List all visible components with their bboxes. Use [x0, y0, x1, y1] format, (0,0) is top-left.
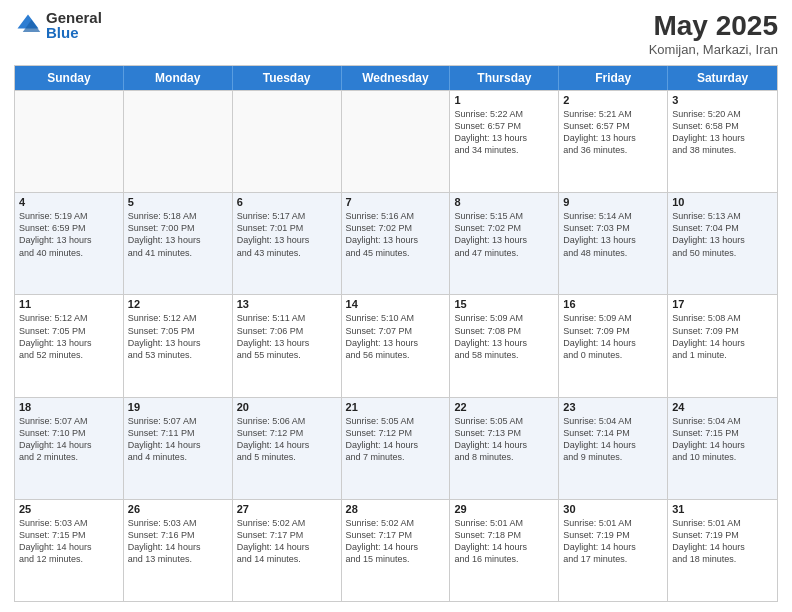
cell-day-number: 12: [128, 298, 228, 310]
cell-day-number: 29: [454, 503, 554, 515]
calendar-cell: 3Sunrise: 5:20 AM Sunset: 6:58 PM Daylig…: [668, 91, 777, 192]
logo-text: General Blue: [46, 10, 102, 40]
cell-day-number: 24: [672, 401, 773, 413]
cell-day-number: 25: [19, 503, 119, 515]
calendar-cell: 2Sunrise: 5:21 AM Sunset: 6:57 PM Daylig…: [559, 91, 668, 192]
calendar-cell: 6Sunrise: 5:17 AM Sunset: 7:01 PM Daylig…: [233, 193, 342, 294]
cell-info: Sunrise: 5:01 AM Sunset: 7:19 PM Dayligh…: [563, 517, 663, 566]
cell-info: Sunrise: 5:07 AM Sunset: 7:11 PM Dayligh…: [128, 415, 228, 464]
cell-info: Sunrise: 5:11 AM Sunset: 7:06 PM Dayligh…: [237, 312, 337, 361]
calendar-cell: 5Sunrise: 5:18 AM Sunset: 7:00 PM Daylig…: [124, 193, 233, 294]
cell-day-number: 4: [19, 196, 119, 208]
cell-info: Sunrise: 5:18 AM Sunset: 7:00 PM Dayligh…: [128, 210, 228, 259]
title-location: Komijan, Markazi, Iran: [649, 42, 778, 57]
cell-info: Sunrise: 5:10 AM Sunset: 7:07 PM Dayligh…: [346, 312, 446, 361]
cell-day-number: 9: [563, 196, 663, 208]
cell-day-number: 14: [346, 298, 446, 310]
weekday-header: Tuesday: [233, 66, 342, 90]
cell-day-number: 26: [128, 503, 228, 515]
calendar-cell: 25Sunrise: 5:03 AM Sunset: 7:15 PM Dayli…: [15, 500, 124, 601]
cell-day-number: 22: [454, 401, 554, 413]
cell-day-number: 15: [454, 298, 554, 310]
calendar-row: 11Sunrise: 5:12 AM Sunset: 7:05 PM Dayli…: [15, 294, 777, 396]
calendar-cell: 29Sunrise: 5:01 AM Sunset: 7:18 PM Dayli…: [450, 500, 559, 601]
calendar-cell: 30Sunrise: 5:01 AM Sunset: 7:19 PM Dayli…: [559, 500, 668, 601]
calendar-row: 1Sunrise: 5:22 AM Sunset: 6:57 PM Daylig…: [15, 90, 777, 192]
calendar-cell: 19Sunrise: 5:07 AM Sunset: 7:11 PM Dayli…: [124, 398, 233, 499]
header: General Blue May 2025 Komijan, Markazi, …: [14, 10, 778, 57]
weekday-header: Thursday: [450, 66, 559, 90]
cell-day-number: 31: [672, 503, 773, 515]
cell-day-number: 5: [128, 196, 228, 208]
calendar-cell: 17Sunrise: 5:08 AM Sunset: 7:09 PM Dayli…: [668, 295, 777, 396]
cell-info: Sunrise: 5:16 AM Sunset: 7:02 PM Dayligh…: [346, 210, 446, 259]
cell-info: Sunrise: 5:22 AM Sunset: 6:57 PM Dayligh…: [454, 108, 554, 157]
calendar-cell: 13Sunrise: 5:11 AM Sunset: 7:06 PM Dayli…: [233, 295, 342, 396]
cell-day-number: 21: [346, 401, 446, 413]
cell-info: Sunrise: 5:04 AM Sunset: 7:14 PM Dayligh…: [563, 415, 663, 464]
calendar-body: 1Sunrise: 5:22 AM Sunset: 6:57 PM Daylig…: [15, 90, 777, 601]
cell-info: Sunrise: 5:07 AM Sunset: 7:10 PM Dayligh…: [19, 415, 119, 464]
calendar-header: SundayMondayTuesdayWednesdayThursdayFrid…: [15, 66, 777, 90]
calendar-cell: [233, 91, 342, 192]
cell-info: Sunrise: 5:05 AM Sunset: 7:12 PM Dayligh…: [346, 415, 446, 464]
weekday-header: Saturday: [668, 66, 777, 90]
calendar-cell: 21Sunrise: 5:05 AM Sunset: 7:12 PM Dayli…: [342, 398, 451, 499]
cell-info: Sunrise: 5:14 AM Sunset: 7:03 PM Dayligh…: [563, 210, 663, 259]
cell-info: Sunrise: 5:15 AM Sunset: 7:02 PM Dayligh…: [454, 210, 554, 259]
cell-info: Sunrise: 5:01 AM Sunset: 7:18 PM Dayligh…: [454, 517, 554, 566]
cell-day-number: 19: [128, 401, 228, 413]
cell-day-number: 11: [19, 298, 119, 310]
calendar-cell: 7Sunrise: 5:16 AM Sunset: 7:02 PM Daylig…: [342, 193, 451, 294]
logo-icon: [14, 11, 42, 39]
cell-info: Sunrise: 5:12 AM Sunset: 7:05 PM Dayligh…: [128, 312, 228, 361]
logo-blue: Blue: [46, 25, 102, 40]
cell-info: Sunrise: 5:04 AM Sunset: 7:15 PM Dayligh…: [672, 415, 773, 464]
cell-day-number: 8: [454, 196, 554, 208]
title-block: May 2025 Komijan, Markazi, Iran: [649, 10, 778, 57]
cell-day-number: 23: [563, 401, 663, 413]
weekday-header: Friday: [559, 66, 668, 90]
cell-info: Sunrise: 5:03 AM Sunset: 7:15 PM Dayligh…: [19, 517, 119, 566]
cell-info: Sunrise: 5:02 AM Sunset: 7:17 PM Dayligh…: [237, 517, 337, 566]
cell-day-number: 1: [454, 94, 554, 106]
calendar-cell: 26Sunrise: 5:03 AM Sunset: 7:16 PM Dayli…: [124, 500, 233, 601]
cell-day-number: 27: [237, 503, 337, 515]
calendar-cell: 4Sunrise: 5:19 AM Sunset: 6:59 PM Daylig…: [15, 193, 124, 294]
calendar-cell: 14Sunrise: 5:10 AM Sunset: 7:07 PM Dayli…: [342, 295, 451, 396]
calendar-cell: 9Sunrise: 5:14 AM Sunset: 7:03 PM Daylig…: [559, 193, 668, 294]
cell-day-number: 13: [237, 298, 337, 310]
cell-day-number: 16: [563, 298, 663, 310]
calendar-row: 4Sunrise: 5:19 AM Sunset: 6:59 PM Daylig…: [15, 192, 777, 294]
cell-info: Sunrise: 5:09 AM Sunset: 7:08 PM Dayligh…: [454, 312, 554, 361]
cell-day-number: 18: [19, 401, 119, 413]
cell-day-number: 3: [672, 94, 773, 106]
cell-info: Sunrise: 5:03 AM Sunset: 7:16 PM Dayligh…: [128, 517, 228, 566]
cell-day-number: 20: [237, 401, 337, 413]
calendar-cell: 22Sunrise: 5:05 AM Sunset: 7:13 PM Dayli…: [450, 398, 559, 499]
cell-info: Sunrise: 5:01 AM Sunset: 7:19 PM Dayligh…: [672, 517, 773, 566]
calendar-cell: 18Sunrise: 5:07 AM Sunset: 7:10 PM Dayli…: [15, 398, 124, 499]
cell-info: Sunrise: 5:08 AM Sunset: 7:09 PM Dayligh…: [672, 312, 773, 361]
logo: General Blue: [14, 10, 102, 40]
calendar-cell: 15Sunrise: 5:09 AM Sunset: 7:08 PM Dayli…: [450, 295, 559, 396]
cell-day-number: 28: [346, 503, 446, 515]
calendar-cell: 11Sunrise: 5:12 AM Sunset: 7:05 PM Dayli…: [15, 295, 124, 396]
cell-day-number: 2: [563, 94, 663, 106]
calendar-cell: 24Sunrise: 5:04 AM Sunset: 7:15 PM Dayli…: [668, 398, 777, 499]
cell-info: Sunrise: 5:05 AM Sunset: 7:13 PM Dayligh…: [454, 415, 554, 464]
calendar-cell: 23Sunrise: 5:04 AM Sunset: 7:14 PM Dayli…: [559, 398, 668, 499]
calendar-cell: 16Sunrise: 5:09 AM Sunset: 7:09 PM Dayli…: [559, 295, 668, 396]
calendar: SundayMondayTuesdayWednesdayThursdayFrid…: [14, 65, 778, 602]
cell-info: Sunrise: 5:19 AM Sunset: 6:59 PM Dayligh…: [19, 210, 119, 259]
calendar-cell: 20Sunrise: 5:06 AM Sunset: 7:12 PM Dayli…: [233, 398, 342, 499]
calendar-cell: 8Sunrise: 5:15 AM Sunset: 7:02 PM Daylig…: [450, 193, 559, 294]
calendar-row: 18Sunrise: 5:07 AM Sunset: 7:10 PM Dayli…: [15, 397, 777, 499]
cell-info: Sunrise: 5:02 AM Sunset: 7:17 PM Dayligh…: [346, 517, 446, 566]
cell-day-number: 17: [672, 298, 773, 310]
title-month: May 2025: [649, 10, 778, 42]
weekday-header: Monday: [124, 66, 233, 90]
calendar-cell: 10Sunrise: 5:13 AM Sunset: 7:04 PM Dayli…: [668, 193, 777, 294]
cell-day-number: 6: [237, 196, 337, 208]
cell-info: Sunrise: 5:12 AM Sunset: 7:05 PM Dayligh…: [19, 312, 119, 361]
